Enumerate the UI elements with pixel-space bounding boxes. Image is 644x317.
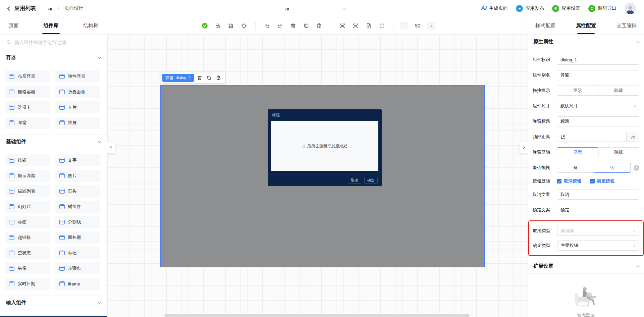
dialog-drop-zone[interactable]: ☝ 拖拽左侧组件放至此处 — [271, 121, 378, 171]
page-select-dropdown[interactable]: ai — [231, 0, 345, 17]
component-page-header[interactable]: 页头 — [55, 185, 101, 197]
iframe-icon — [59, 281, 65, 286]
source-code-icon[interactable] — [351, 21, 361, 31]
zoom-in-button[interactable]: + — [427, 22, 435, 30]
confirm-button-checkbox[interactable]: 确定按钮 — [590, 178, 614, 184]
preview-icon[interactable] — [337, 21, 347, 31]
copy-icon[interactable] — [301, 21, 311, 31]
back-to-app-list-link[interactable]: 应用列表 — [14, 5, 36, 12]
component-divider[interactable]: 分割线 — [55, 216, 101, 228]
component-empty-state[interactable]: 空状态 — [5, 247, 50, 259]
selected-component-chip[interactable]: 弹窗_dialog_1 — [162, 74, 194, 82]
draggable-yes-option[interactable]: 是 — [557, 163, 594, 172]
dialog-cancel-button[interactable]: 取消 — [348, 177, 361, 184]
unlock-check-icon[interactable] — [213, 21, 223, 31]
component-tag[interactable]: 标签 — [5, 216, 50, 228]
top-distance-input[interactable] — [557, 132, 626, 142]
paste-icon[interactable] — [215, 74, 222, 82]
user-avatar[interactable] — [625, 3, 636, 14]
component-alias-input[interactable] — [557, 70, 639, 80]
chevron-down-icon — [636, 40, 640, 43]
artboard-icon[interactable] — [377, 21, 387, 31]
component-avatar[interactable]: 头像 — [5, 262, 50, 274]
component-badge[interactable]: 标记 — [55, 247, 101, 259]
visibility-show-option[interactable]: 显示 — [557, 147, 598, 157]
component-carousel[interactable]: 幻灯片 — [5, 201, 50, 213]
top-bar: 应用列表 ai / 页面设计 ai Ai 生成页面 ➤ 应用发布 ⚙ 应用设置 — [0, 0, 644, 17]
dialog-confirm-button[interactable]: 确定 — [364, 177, 378, 184]
component-button[interactable]: 按钮 — [5, 154, 50, 166]
delete-icon[interactable] — [196, 74, 203, 82]
drag-hint-hide-option[interactable]: 隐藏 — [598, 86, 639, 95]
paste-icon[interactable] — [314, 21, 324, 31]
generate-page-button[interactable]: Ai 生成页面 — [481, 5, 508, 12]
component-grid-container[interactable]: 栅格容器 — [5, 86, 50, 98]
dialog-preview[interactable]: 标题 ☝ 拖拽左侧组件放至此处 取消 确定 — [268, 109, 382, 186]
status-check-icon[interactable] — [200, 21, 210, 31]
component-card[interactable]: 卡片 — [55, 101, 101, 113]
component-iframe[interactable]: iframe — [55, 278, 101, 290]
collapse-right-panel-button[interactable] — [520, 142, 528, 153]
tab-property-config[interactable]: 属性配置 — [576, 17, 596, 34]
export-source-button[interactable]: ↥ 源码导出 — [588, 5, 616, 12]
chevron-down-icon — [98, 55, 101, 59]
text-icon — [59, 158, 65, 163]
component-message-dialog[interactable]: 提示弹窗 — [5, 170, 50, 182]
cancel-type-select[interactable]: 请选择 — [557, 226, 639, 236]
crosshair-icon[interactable] — [239, 21, 249, 31]
drag-hint-show-option[interactable]: 显示 — [557, 86, 598, 95]
component-id-input[interactable] — [557, 55, 639, 65]
draggable-segmented: 是 否 — [557, 163, 631, 173]
component-live-date[interactable]: 实时日期 — [5, 278, 50, 290]
horizontal-scrollbar[interactable] — [164, 314, 470, 317]
search-input[interactable] — [14, 40, 101, 45]
save-icon[interactable] — [226, 21, 236, 31]
component-flex-container[interactable]: 弹性容器 — [55, 70, 101, 83]
info-icon[interactable]: ! — [634, 165, 639, 171]
component-drawer[interactable]: 抽屉 — [55, 117, 101, 129]
component-tree[interactable]: 树组件 — [55, 201, 101, 213]
tab-component-library[interactable]: 组件库 — [44, 17, 59, 34]
collapse-left-panel-button[interactable] — [107, 142, 115, 153]
section-extended-settings[interactable]: 扩展设置 — [528, 259, 644, 274]
component-collapse-panel[interactable]: 折叠面板 — [55, 86, 101, 98]
component-dialog[interactable]: 弹窗 — [5, 117, 50, 129]
tab-structure-tree[interactable]: 结构树 — [83, 17, 98, 34]
publish-app-button[interactable]: ➤ 应用发布 — [516, 5, 544, 12]
tab-pages[interactable]: 页面 — [9, 17, 19, 34]
component-tabs[interactable]: 选项卡 — [5, 101, 50, 113]
back-chevron-icon[interactable] — [7, 6, 12, 11]
delete-icon[interactable] — [288, 21, 298, 31]
redo-icon[interactable] — [275, 21, 285, 31]
undo-icon[interactable] — [262, 21, 272, 31]
draggable-no-option[interactable]: 否 — [594, 163, 631, 173]
canvas-workarea[interactable]: 弹窗_dialog_1 标题 ☝ — [107, 35, 528, 317]
tabs-icon — [9, 105, 14, 110]
dialog-overlay-artboard[interactable]: 标题 ☝ 拖拽左侧组件放至此处 取消 确定 — [160, 85, 485, 267]
component-hyperlink[interactable]: 超链接 — [5, 231, 50, 244]
component-layout-container[interactable]: 布局容器 — [5, 70, 50, 83]
component-breadcrumb[interactable]: 面包屑 — [55, 231, 101, 244]
page-check-icon[interactable] — [364, 21, 374, 31]
section-basic-components[interactable]: 基础组件 — [0, 134, 107, 149]
visibility-hide-option[interactable]: 隐藏 — [598, 148, 639, 157]
confirm-text-input[interactable] — [557, 205, 639, 215]
tab-style-config[interactable]: 样式配置 — [535, 17, 555, 34]
dialog-title-input[interactable] — [557, 116, 639, 126]
component-image[interactable]: 图片 — [55, 170, 101, 182]
component-description-list[interactable]: 描述列表 — [5, 185, 50, 197]
copy-icon[interactable] — [205, 74, 213, 82]
dialog-title: 标题 — [268, 109, 382, 121]
cancel-button-checkbox[interactable]: 取消按钮 — [557, 178, 581, 184]
app-settings-button[interactable]: ⚙ 应用设置 — [552, 5, 580, 12]
component-steps[interactable]: 步骤条 — [55, 262, 101, 274]
component-size-select[interactable]: 默认尺寸 — [557, 101, 639, 111]
section-containers[interactable]: 容器 — [0, 50, 107, 65]
component-text[interactable]: 文字 — [55, 154, 101, 166]
section-native-properties[interactable]: 原生属性 — [528, 35, 644, 49]
section-input-components[interactable]: 输入组件 — [0, 295, 107, 310]
zoom-out-button[interactable]: − — [400, 22, 408, 30]
tab-interaction-config[interactable]: 交互编排 — [616, 17, 637, 34]
cancel-text-input[interactable] — [557, 190, 639, 200]
confirm-type-select[interactable]: 主要按钮 — [557, 241, 639, 251]
